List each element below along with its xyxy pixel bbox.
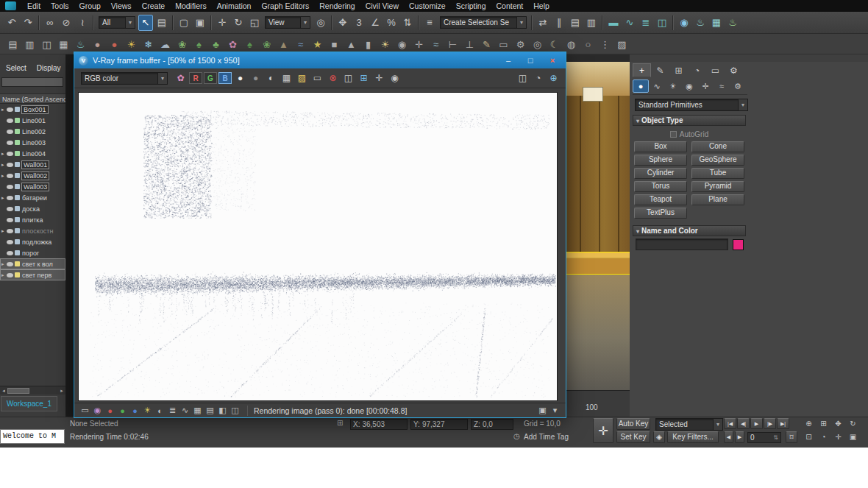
explorer-sort-header[interactable]: Name (Sorted Ascend <box>0 93 65 104</box>
scene-explorer-toggle-icon[interactable]: ▥ <box>584 15 599 31</box>
vfb-history-icon[interactable]: ▣ <box>536 405 549 417</box>
add-time-tag-button[interactable]: Add Time Tag <box>524 433 569 441</box>
subcategory-dropdown[interactable]: Standard Primitives ▾ <box>635 99 748 111</box>
expand-arrow-icon[interactable]: ▸ <box>1 162 7 168</box>
minimize-button[interactable]: – <box>497 54 519 67</box>
scene-object-row[interactable]: порог <box>0 247 65 258</box>
utilities-tab[interactable]: ⚙ <box>725 63 743 77</box>
scene-object-row[interactable]: ▸Wall001 <box>0 159 65 170</box>
visibility-eye-icon[interactable] <box>7 273 13 277</box>
explorer-horizontal-scrollbar[interactable]: ◂ ▸ <box>0 386 65 395</box>
vfb-title-bar[interactable]: V V-Ray frame buffer - [50% of 1500 x 95… <box>74 52 566 68</box>
modify-tab[interactable]: ✎ <box>651 63 669 77</box>
next-frame-button[interactable]: |▶ <box>764 418 776 429</box>
angle-snap-icon[interactable]: ∠ <box>368 15 383 31</box>
scene-object-row[interactable]: ▸плоскостн <box>0 225 65 236</box>
vfb-white-balance-icon[interactable]: ◐ <box>154 405 166 417</box>
tree-icon[interactable]: ♠ <box>191 36 207 52</box>
scene-object-row[interactable]: ▸Wall002 <box>0 170 65 181</box>
scene-object-row[interactable]: ▸Box001 <box>0 104 65 115</box>
green-channel-button[interactable]: G <box>204 72 217 84</box>
expand-arrow-icon[interactable]: ▸ <box>1 151 7 157</box>
moon-icon[interactable]: ☾ <box>547 36 562 52</box>
zoom-icon[interactable]: ⊕ <box>802 418 816 429</box>
object-type-button-plane[interactable]: Plane <box>691 194 744 205</box>
menu-item-animation[interactable]: Animation <box>212 0 257 12</box>
blue-channel-button[interactable]: B <box>218 72 232 84</box>
render-setup-icon[interactable]: ♨ <box>693 15 708 31</box>
menu-item-help[interactable]: Help <box>528 0 555 12</box>
maxscript-mini-listener[interactable]: Welcome to M <box>0 429 65 444</box>
undo-icon[interactable]: ↶ <box>4 15 19 31</box>
object-type-button-torus[interactable]: Torus <box>634 181 687 192</box>
chart-icon[interactable]: ▦ <box>56 36 71 52</box>
sun-icon[interactable]: ☀ <box>124 36 139 52</box>
mirror-icon[interactable]: ⇄ <box>536 15 550 31</box>
maximize-viewport-icon[interactable]: ▣ <box>846 431 860 442</box>
orbit-icon[interactable]: ↻ <box>846 418 860 429</box>
menu-item-scripting[interactable]: Scripting <box>451 0 491 12</box>
object-type-button-tube[interactable]: Tube <box>691 168 744 179</box>
name-color-rollout-header[interactable]: ▾Name and Color <box>633 225 746 236</box>
scene-object-row[interactable]: Line001 <box>0 115 65 126</box>
menu-item-content[interactable]: Content <box>491 0 528 12</box>
previous-frame-button[interactable]: ◀| <box>737 418 750 429</box>
scene-object-row[interactable]: Line003 <box>0 137 65 148</box>
menu-item-create[interactable]: Create <box>137 0 171 12</box>
go-to-start-button[interactable]: |◀ <box>724 418 736 429</box>
frame-number-field[interactable]: 0 ⇅ <box>747 432 781 443</box>
unlink-selection-icon[interactable]: ⊘ <box>59 15 74 31</box>
vfb-lut-icon[interactable]: ▦ <box>191 405 204 417</box>
vfb-red-icon[interactable]: ● <box>104 405 116 417</box>
select-object-icon[interactable]: ↖ <box>138 15 153 31</box>
edit-named-selections-icon[interactable]: ≡ <box>422 15 437 31</box>
web-icon[interactable]: ⊕ <box>547 71 561 85</box>
render-production-icon[interactable]: ♨ <box>725 15 740 31</box>
scroll-left-arrow-icon[interactable]: ◂ <box>0 388 7 394</box>
key-filters-button[interactable]: Key Filters... <box>667 431 719 443</box>
vfb-exposure-icon[interactable]: ☀ <box>141 405 154 417</box>
auto-key-button[interactable]: Auto Key <box>616 418 650 430</box>
lens-effects-icon[interactable]: ◔ <box>531 71 545 85</box>
visibility-eye-icon[interactable] <box>7 130 13 134</box>
material-editor-icon[interactable]: ◉ <box>677 15 691 31</box>
half-tone-icon[interactable]: ◐ <box>264 71 278 85</box>
menu-item-modifiers[interactable]: Modifiers <box>170 0 212 12</box>
ribbon-toggle-icon[interactable]: ▬ <box>606 15 621 31</box>
visibility-eye-icon[interactable] <box>7 262 13 266</box>
vfb-green-icon[interactable]: ● <box>116 405 129 417</box>
vfb-stereo-icon[interactable]: ◫ <box>229 405 241 417</box>
ring-icon[interactable]: ○ <box>580 36 596 52</box>
object-name-input[interactable] <box>636 238 728 250</box>
visibility-eye-icon[interactable] <box>7 207 13 211</box>
dots-icon[interactable]: ⋮ <box>597 36 613 52</box>
explorer-select-menu[interactable]: Select <box>2 63 30 75</box>
vfb-srgb-icon[interactable]: ◧ <box>216 405 229 417</box>
track-mouse-icon[interactable]: ✛ <box>372 71 386 85</box>
field-of-view-icon[interactable]: ◔ <box>817 431 830 442</box>
object-type-button-textplus[interactable]: TextPlus <box>634 208 687 219</box>
scene-object-row[interactable]: подложка <box>0 236 65 247</box>
visibility-eye-icon[interactable] <box>7 218 13 222</box>
object-type-button-box[interactable]: Box <box>634 141 687 152</box>
use-pivot-center-icon[interactable]: ◎ <box>313 15 328 31</box>
orb-icon[interactable]: ◍ <box>563 36 579 52</box>
delete-image-icon[interactable]: ⊗ <box>326 71 340 85</box>
region-render-icon[interactable]: ⊞ <box>357 71 371 85</box>
align-icon[interactable]: ∥ <box>552 15 566 31</box>
expand-arrow-icon[interactable]: ▸ <box>1 261 7 267</box>
visibility-eye-icon[interactable] <box>7 251 13 255</box>
clover-icon[interactable]: ♣ <box>208 36 224 52</box>
monochrome-icon[interactable]: ● <box>249 71 263 85</box>
scroll-right-arrow-icon[interactable]: ▸ <box>58 388 65 394</box>
flower-icon[interactable]: ❀ <box>174 36 190 52</box>
named-selection-sets-dropdown[interactable]: Create Selection Se▾ <box>440 16 527 29</box>
vfb-blue-icon[interactable]: ● <box>129 405 141 417</box>
geometry-category[interactable]: ● <box>633 79 649 93</box>
zoom-extents-icon[interactable]: ⊡ <box>802 431 816 442</box>
color-corrections-icon[interactable]: ✿ <box>174 71 188 85</box>
object-type-button-sphere[interactable]: Sphere <box>634 155 687 166</box>
save-image-icon[interactable]: ▦ <box>280 71 294 85</box>
visibility-eye-icon[interactable] <box>7 141 13 145</box>
curve-editor-icon[interactable]: ∿ <box>622 15 637 31</box>
